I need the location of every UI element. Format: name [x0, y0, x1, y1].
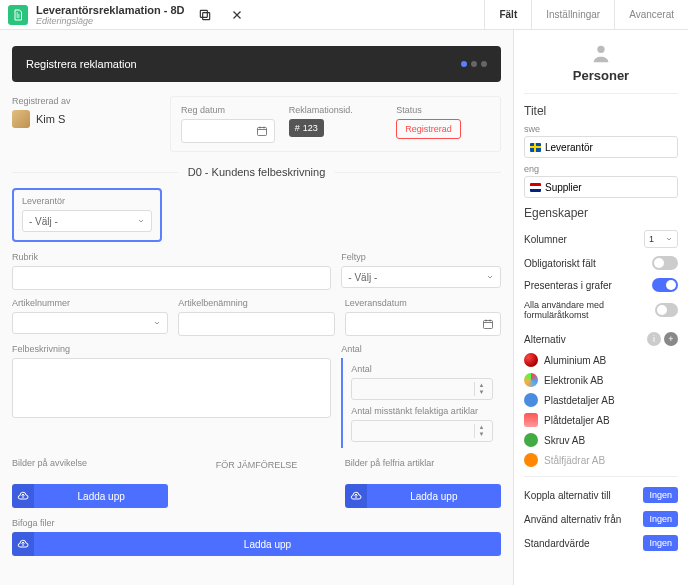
- kolumner-select[interactable]: 1: [644, 230, 678, 248]
- status-label: Status: [396, 105, 490, 115]
- close-button[interactable]: [225, 3, 249, 27]
- svg-rect-2: [257, 128, 266, 136]
- presenteras-toggle[interactable]: [652, 278, 678, 292]
- form-canvas: Registrera reklamation Registrerad av Ki…: [0, 30, 513, 585]
- obligatoriskt-toggle[interactable]: [652, 256, 678, 270]
- flag-se-icon: [530, 143, 541, 152]
- alt-item[interactable]: Elektronik AB: [524, 370, 678, 390]
- swe-label: swe: [524, 124, 678, 134]
- upload-felfria-button[interactable]: Ladda upp: [345, 484, 501, 508]
- step-dot-3[interactable]: [481, 61, 487, 67]
- artben-input[interactable]: [178, 312, 334, 336]
- suspect-input[interactable]: ▲▼: [351, 420, 493, 442]
- alt-item[interactable]: Aluminium AB: [524, 350, 678, 370]
- artnr-select[interactable]: [12, 312, 168, 334]
- step-dot-1[interactable]: [461, 61, 467, 67]
- personer-title: Personer: [573, 68, 629, 83]
- levdatum-label: Leveransdatum: [345, 298, 501, 308]
- feltyp-label: Feltyp: [341, 252, 501, 262]
- company-icon: [524, 373, 538, 387]
- company-icon: [524, 353, 538, 367]
- upload-bifoga-button[interactable]: Ladda upp: [12, 532, 501, 556]
- alt-item[interactable]: Stålfjädrar AB: [524, 450, 678, 470]
- registered-by-value: Kim S: [36, 113, 65, 125]
- alla-anvandare-label: Alla användare med formuläråtkomst: [524, 300, 655, 320]
- felbeskr-textarea[interactable]: [12, 358, 331, 418]
- antal-label: Antal: [341, 344, 501, 354]
- standard-button[interactable]: Ingen: [643, 535, 678, 551]
- step-dots: [461, 61, 487, 67]
- alternativ-label: Alternativ: [524, 334, 566, 345]
- alt-info-button[interactable]: i: [647, 332, 661, 346]
- presenteras-label: Presenteras i grafer: [524, 280, 612, 291]
- chevron-down-icon: [137, 217, 145, 225]
- chevron-down-icon: [153, 319, 161, 327]
- for-jamforelse: FÖR JÄMFÖRELSE: [178, 460, 334, 470]
- cloud-upload-icon: [17, 538, 29, 550]
- avatar: [12, 110, 30, 128]
- company-icon: [524, 413, 538, 427]
- status-badge: Registrerad: [396, 119, 461, 139]
- form-icon: [8, 5, 28, 25]
- svg-point-4: [597, 46, 604, 53]
- reg-date-label: Reg datum: [181, 105, 275, 115]
- tab-fields[interactable]: Fält: [484, 0, 531, 29]
- alt-item[interactable]: Skruv AB: [524, 430, 678, 450]
- swe-field[interactable]: [545, 142, 672, 153]
- alt-item[interactable]: Plåtdetaljer AB: [524, 410, 678, 430]
- rubrik-label: Rubrik: [12, 252, 331, 262]
- page-title: Leverantörsreklamation - 8D: [36, 4, 185, 16]
- svg-rect-1: [200, 10, 207, 17]
- step-dot-2[interactable]: [471, 61, 477, 67]
- flag-en-icon: [530, 183, 541, 192]
- upload-avvik-button[interactable]: Ladda upp: [12, 484, 168, 508]
- cloud-upload-icon: [17, 490, 29, 502]
- chevron-down-icon: [665, 235, 673, 243]
- bilder-avvik-label: Bilder på avvikelse: [12, 458, 168, 468]
- chevron-down-icon: [486, 273, 494, 281]
- section-divider: D0 - Kundens felbeskrivning: [12, 166, 501, 178]
- supplier-field-selected[interactable]: Leverantör - Välj -: [12, 188, 162, 242]
- suspect-label: Antal misstänkt felaktiga artiklar: [351, 406, 493, 416]
- bifoga-label: Bifoga filer: [12, 518, 501, 528]
- koppla-label: Koppla alternativ till: [524, 490, 611, 501]
- eng-input[interactable]: [524, 176, 678, 198]
- supplier-label: Leverantör: [22, 196, 152, 206]
- company-icon: [524, 393, 538, 407]
- tab-advanced[interactable]: Avancerat: [614, 0, 688, 29]
- person-icon: [590, 42, 612, 64]
- claim-id-label: Reklamationsid.: [289, 105, 383, 115]
- svg-rect-0: [202, 12, 209, 19]
- cloud-upload-icon: [350, 490, 362, 502]
- page-subtitle: Editeringsläge: [36, 16, 185, 26]
- swe-input[interactable]: [524, 136, 678, 158]
- alla-anvandare-toggle[interactable]: [655, 303, 678, 317]
- calendar-icon: [256, 125, 268, 137]
- antal-inner-label: Antal: [351, 364, 493, 374]
- levdatum-input[interactable]: [345, 312, 501, 336]
- tab-settings[interactable]: Inställningar: [531, 0, 614, 29]
- kolumner-label: Kolumner: [524, 234, 567, 245]
- reg-date-input[interactable]: [181, 119, 275, 143]
- topbar: Leverantörsreklamation - 8D Editeringslä…: [0, 0, 688, 30]
- alt-add-button[interactable]: +: [664, 332, 678, 346]
- artben-label: Artikelbenämning: [178, 298, 334, 308]
- svg-rect-3: [483, 321, 492, 329]
- rubrik-input[interactable]: [12, 266, 331, 290]
- alt-item[interactable]: Plastdetaljer AB: [524, 390, 678, 410]
- artnr-label: Artikelnummer: [12, 298, 168, 308]
- supplier-select[interactable]: - Välj -: [22, 210, 152, 232]
- eng-label: eng: [524, 164, 678, 174]
- bilder-felfria-label: Bilder på felfria artiklar: [345, 458, 501, 468]
- feltyp-select[interactable]: - Välj -: [341, 266, 501, 288]
- anvand-button[interactable]: Ingen: [643, 511, 678, 527]
- d0-title: D0 - Kundens felbeskrivning: [178, 166, 336, 178]
- eng-field[interactable]: [545, 182, 672, 193]
- company-icon: [524, 453, 538, 467]
- standard-label: Standardvärde: [524, 538, 590, 549]
- obligatoriskt-label: Obligatoriskt fält: [524, 258, 596, 269]
- koppla-button[interactable]: Ingen: [643, 487, 678, 503]
- copy-button[interactable]: [193, 3, 217, 27]
- antal-input[interactable]: ▲▼: [351, 378, 493, 400]
- alternativ-list: Aluminium AB Elektronik AB Plastdetaljer…: [524, 350, 678, 470]
